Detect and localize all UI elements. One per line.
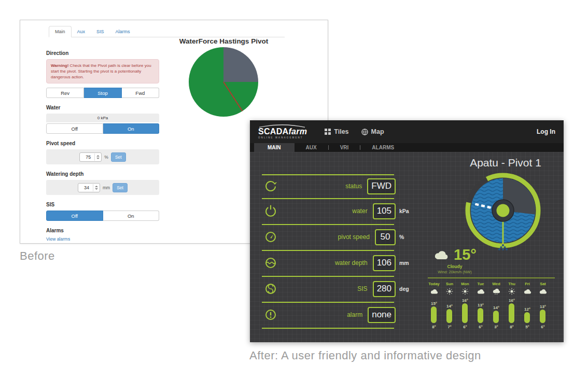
header-nav: Tiles Map [325, 128, 384, 135]
warning-bold: Warning! [51, 63, 68, 68]
row-divider [262, 276, 394, 277]
forecast-low: 8° [432, 325, 436, 329]
forecast-col: Today 15° 8° [426, 282, 442, 329]
pie-chart-title: WaterForce Hastings Pivot [176, 37, 272, 45]
forecast-high: 12° [524, 307, 530, 312]
sis-on-button[interactable]: On [103, 211, 160, 221]
tab-alarms[interactable]: ALARMS [360, 143, 405, 152]
tab-main[interactable]: MAIN [254, 143, 295, 152]
row-divider [262, 224, 394, 225]
before-tab-bar: Main Aux SIS Alarms [49, 25, 285, 37]
tab-vri[interactable]: VRI [329, 143, 360, 152]
weather-divider [428, 277, 555, 278]
tab-alarms[interactable]: Alarms [110, 26, 136, 37]
sis-button-group: Off On [46, 211, 159, 221]
watering-depth-input[interactable] [80, 185, 93, 190]
current-temp: 15° [454, 246, 477, 263]
status-value-box: FWD [367, 178, 396, 194]
forecast-low: 7° [447, 325, 452, 329]
gauge-icon [262, 228, 279, 246]
forecast-day: Fri [525, 282, 530, 287]
stop-button[interactable]: Stop [84, 88, 121, 98]
reading-row-water: water 105 kPa [262, 200, 413, 222]
forecast-high: 16° [509, 298, 515, 303]
forecast-high: 13° [540, 304, 546, 309]
after-caption: After: A user friendly and informative d… [249, 349, 481, 362]
water-on-button[interactable]: On [103, 123, 160, 134]
forecast-low: 8° [510, 325, 514, 329]
watering-depth-input-wrap [78, 183, 100, 192]
watering-depth-heading: Watering depth [46, 171, 159, 177]
watering-depth-set-button[interactable]: Set [113, 183, 128, 192]
sis-value-box: 280 [373, 281, 396, 297]
forecast-low: 6° [479, 325, 483, 329]
spinner-icon[interactable] [94, 153, 99, 161]
sync-icon [262, 280, 279, 298]
forecast-high: 15° [431, 301, 437, 306]
forecast-col: Tue 13° 6° [473, 282, 488, 329]
water-off-button[interactable]: Off [46, 123, 103, 134]
tab-sis[interactable]: SIS [91, 26, 110, 37]
tab-aux[interactable]: AUX [295, 143, 328, 152]
tiles-icon [325, 129, 331, 135]
sis-off-button[interactable]: Off [46, 211, 103, 221]
forecast-col: Sun 14° 7° [442, 282, 457, 329]
watering-depth-unit: mm [103, 185, 110, 190]
reading-row-pivot-speed: pivot speed 50 % [262, 226, 413, 248]
pivot-speed-input-wrap [79, 152, 102, 162]
water-depth-value-box: 106 [373, 255, 396, 271]
dashboard-header: SCADAfarm ONLINE MANAGEMENT Tiles M [250, 120, 564, 143]
pivot-speed-input[interactable] [82, 155, 94, 160]
reading-row-alarm: alarm none [262, 303, 413, 326]
forecast-day: Mon [461, 282, 469, 287]
direction-heading: Direction [46, 50, 159, 56]
row-divider [262, 198, 394, 199]
forecast-col: Sat 13° 6° [535, 282, 551, 329]
forecast-high: 14° [446, 304, 453, 309]
dashboard-body: status FWD water 105 kPa pivot speed [250, 152, 564, 342]
pie-chart [189, 47, 258, 117]
water-level-icon [262, 254, 279, 272]
pivot-speed-set-button[interactable]: Set [111, 152, 126, 162]
nav-map[interactable]: Map [361, 128, 384, 135]
reading-label: SIS [357, 285, 367, 292]
reading-label: alarm [347, 311, 362, 318]
forecast-low: 6° [541, 325, 545, 329]
forecast-low: 3° [494, 325, 498, 329]
water-heading: Water [46, 105, 159, 110]
nav-map-label: Map [371, 128, 384, 135]
reading-label: status [345, 183, 362, 190]
reading-row-status: status FWD [262, 175, 413, 198]
scadafarm-logo[interactable]: SCADAfarm ONLINE MANAGEMENT [258, 124, 307, 139]
alarms-heading: Alarms [46, 228, 159, 233]
pivot-hub-center [497, 204, 510, 217]
fwd-button[interactable]: Fwd [122, 88, 159, 98]
pivot-speed-input-bar: % Set [46, 149, 159, 164]
pie-marker-line [223, 81, 243, 111]
row-divider [262, 328, 394, 329]
rev-button[interactable]: Rev [46, 88, 84, 98]
nav-tiles-label: Tiles [334, 128, 348, 135]
dashboard-tab-bar: MAIN AUX VRI ALARMS [250, 143, 564, 152]
row-divider [262, 302, 394, 303]
tab-main[interactable]: Main [49, 26, 72, 37]
forecast-day: Tue [478, 282, 484, 287]
pivot-speed-value-box: 50 [375, 229, 396, 245]
forecast-day: Today [428, 282, 440, 287]
power-icon [262, 202, 279, 220]
nav-tiles[interactable]: Tiles [325, 128, 348, 135]
reading-row-water-depth: water depth 106 mm [262, 251, 413, 274]
direction-button-group: Rev Stop Fwd [46, 88, 159, 98]
sun-icon [508, 288, 515, 295]
reading-unit: deg [396, 286, 413, 292]
forecast-temp-bar [431, 306, 437, 323]
forecast-temp-bar [509, 303, 514, 323]
water-pressure-readout: 0 kPa [46, 114, 159, 122]
cloud-icon [433, 249, 450, 260]
pivot-speed-heading: Pivot speed [46, 141, 159, 146]
forecast-low: 6° [463, 325, 467, 329]
spinner-icon[interactable] [93, 184, 97, 191]
view-alarms-link[interactable]: View alarms [46, 236, 159, 242]
login-button[interactable]: Log In [537, 128, 555, 135]
tab-aux[interactable]: Aux [72, 26, 91, 37]
